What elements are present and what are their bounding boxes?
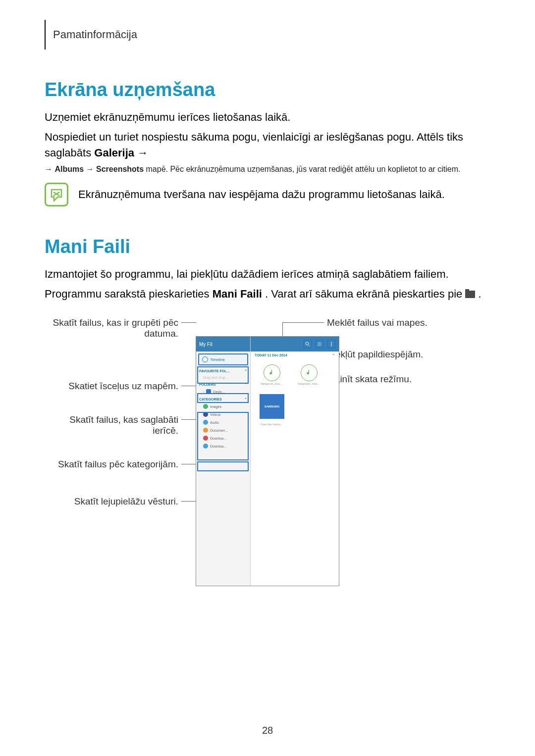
paragraph: Programmu sarakstā pieskarieties Mani Fa…	[45, 286, 495, 302]
svg-point-13	[331, 346, 332, 347]
note-box: Ekrānuzņēmuma tveršana nav iespējama daž…	[45, 183, 495, 206]
diagram: Skatīt failus, kas ir grupēti pēc datuma…	[45, 316, 495, 594]
paragraph: Uzņemiet ekrānuzņēmumu ierīces lietošana…	[45, 109, 495, 125]
menu-icon	[151, 150, 160, 157]
section-title-2: Mani Faili	[45, 236, 495, 257]
file-item-samsung[interactable]: SAMSUNG	[260, 394, 284, 419]
clock-icon	[202, 356, 208, 362]
images-icon	[203, 404, 208, 409]
callout-download-history: Skatīt lejupielāžu vēsturi.	[50, 496, 178, 507]
callout-device-files: Skatīt failus, kas saglabāti ierīcē.	[50, 414, 178, 436]
callout-grouped-by-date: Skatīt failus, kas ir grupēti pēc datuma…	[50, 317, 178, 339]
svg-rect-5	[318, 344, 319, 345]
svg-point-12	[331, 344, 332, 345]
app-screenshot: My Fil Timeline FAVOURITE FOL…⌃ Drag and…	[196, 336, 339, 586]
breadcrumb: Pamatinformācija	[53, 28, 137, 41]
more-options-icon[interactable]	[327, 340, 336, 349]
section-title-1: Ekrāna uzņemšana	[45, 79, 495, 101]
page-number: 28	[0, 725, 535, 736]
svg-line-1	[309, 345, 310, 347]
svg-point-0	[306, 342, 309, 345]
file-item[interactable]: hangouts_inco…	[260, 364, 284, 385]
svg-rect-2	[318, 343, 319, 343]
callout-categories: Skatīt failus pēc kategorijām.	[50, 459, 178, 470]
music-file-icon	[301, 364, 318, 381]
callout-shortcuts: Skatiet īsceļus uz mapēm.	[50, 381, 178, 392]
svg-rect-4	[321, 343, 321, 343]
highlight-device	[197, 393, 249, 403]
page-header: Pamatinformācija	[45, 20, 495, 50]
sidebar-header: My Fil	[196, 337, 250, 352]
folder-icon	[465, 291, 475, 298]
music-file-icon	[264, 364, 280, 381]
cat-images[interactable]: Images	[196, 403, 250, 410]
svg-rect-3	[319, 343, 320, 343]
note-text: Ekrānuzņēmuma tveršana nav iespējama daž…	[78, 183, 445, 202]
note-icon	[45, 183, 68, 206]
file-item[interactable]: hangouts_mes…	[297, 364, 321, 385]
app-title: My Fil	[199, 342, 213, 347]
view-grid-icon[interactable]	[315, 340, 324, 349]
svg-rect-8	[318, 345, 319, 346]
callout-more-options: Piekļūt papildiespējām.	[327, 349, 451, 360]
app-sidebar: My Fil Timeline FAVOURITE FOL…⌃ Drag and…	[196, 337, 251, 586]
file-thumbs: hangouts_inco… hangouts_mes…	[251, 359, 339, 390]
timeline-row[interactable]: Timeline	[198, 353, 248, 365]
search-icon[interactable]	[303, 340, 312, 349]
callout-search: Meklēt failus vai mapes.	[327, 317, 451, 328]
svg-rect-7	[321, 344, 321, 345]
highlight-categories	[197, 412, 249, 460]
svg-rect-10	[321, 345, 321, 346]
paragraph: Nospiediet un turiet nospiestu sākuma po…	[45, 129, 495, 161]
paragraph: Izmantojiet šo programmu, lai piekļūtu d…	[45, 266, 495, 282]
callout-view-mode: Mainīt skata režīmu.	[327, 374, 451, 385]
highlight-favourites	[197, 366, 249, 384]
highlight-download-history	[197, 461, 249, 471]
svg-rect-9	[319, 345, 320, 346]
app-content: TODAY 11 Dec 2014 ⌃ hangouts_inco… hango…	[251, 337, 339, 586]
file-label: Over the horizo…	[260, 423, 284, 426]
content-toolbar	[251, 337, 339, 352]
svg-rect-6	[319, 344, 320, 345]
today-header: TODAY 11 Dec 2014 ⌃	[251, 352, 339, 359]
svg-point-11	[331, 342, 332, 343]
